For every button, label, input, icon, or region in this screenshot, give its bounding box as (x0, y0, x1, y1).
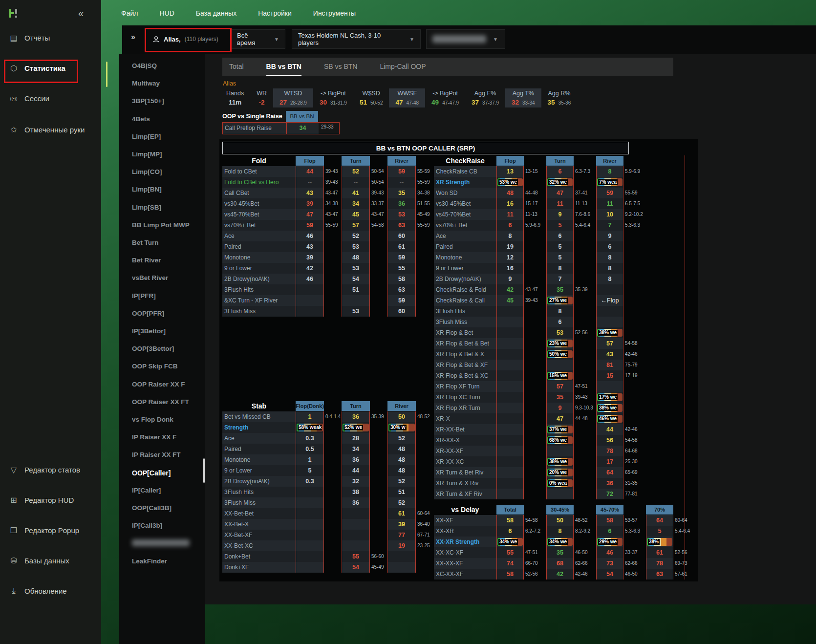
stat-cell: 63 (646, 569, 673, 580)
menu-инструменты[interactable]: Инструменты (313, 9, 356, 17)
stat-category-ip-3bettor-[interactable]: IP[3Bettor] (132, 327, 166, 335)
stat-range: 6.2-7.2 (524, 526, 546, 537)
stat-category-oop-skip-fcb[interactable]: OOP Skip FCB (132, 363, 178, 370)
expand-icon[interactable]: » (131, 33, 135, 42)
stat-cell (546, 446, 574, 456)
stat-cell: 52 (387, 476, 416, 487)
game-filter-dropdown[interactable]: Texas Holdem NL Cash, 3-10 players ▼ (292, 29, 421, 49)
collapse-sidebar-icon[interactable]: « (78, 8, 84, 19)
tab-bb-vs-btn[interactable]: BB vs BTN (266, 58, 301, 76)
stat-category-redacted[interactable] (132, 539, 190, 548)
stat-category-ip-call3b-[interactable]: IP[Call3b] (132, 522, 162, 529)
stat-category-multiway[interactable]: Multiway (132, 80, 160, 87)
stat-cell: 41 (342, 188, 370, 198)
sidebar-item-hud-editor[interactable]: ⊞Редактор HUD (9, 495, 74, 505)
tab-limp-call-oop[interactable]: Limp-Call OOP (380, 58, 426, 76)
stat-cell: 50 (546, 515, 574, 526)
stat-category-oop-caller-[interactable]: OOP[Caller] (132, 469, 171, 477)
menu-база-данных[interactable]: База данных (196, 9, 236, 17)
summary-stat-value: 32 (512, 99, 519, 106)
sidebar-item-databases[interactable]: ⛁Базы данных (9, 556, 69, 565)
stat-range: 29-33 (321, 124, 334, 129)
menu-файл[interactable]: Файл (121, 9, 138, 17)
stat-category-limp-co-[interactable]: Limp[CO] (132, 168, 162, 175)
strength-bar: 34% we (497, 538, 523, 546)
tab-total[interactable]: Total (229, 58, 244, 76)
stat-range: 54-58 (524, 515, 546, 526)
stat-category-bet-turn[interactable]: Bet Turn (132, 239, 159, 246)
stat-category-ip-pfr-[interactable]: IP[PFR] (132, 292, 156, 300)
stat-category-o4b-sq[interactable]: O4B|SQ (132, 62, 157, 69)
sidebar-item-update[interactable]: ⤓Обновление (9, 586, 67, 595)
summary-stat-value: 35 (548, 99, 555, 106)
stat-range (370, 508, 387, 519)
stat-category-vsbet-river[interactable]: vsBet River (132, 274, 168, 281)
sidebar-item-sessions[interactable]: ((•))Сессии (9, 94, 49, 103)
redacted-text (132, 539, 190, 546)
row-label: XR Turn & X Riv (434, 478, 496, 489)
summary-stat-label: Agg F% (474, 90, 496, 97)
stat-range: 46-50 (574, 547, 596, 558)
row-label: 2B Drowy(noA\K) (222, 476, 296, 487)
stat-range: 64-68 (623, 446, 646, 456)
stat-category-bet-river[interactable]: Bet River (132, 257, 161, 264)
stat-category-4bets[interactable]: 4Bets (132, 115, 150, 123)
sidebar-item-label: Редактор статов (24, 466, 80, 474)
tab-sb-vs-btn[interactable]: SB vs BTN (324, 58, 357, 76)
sidebar-item-reports[interactable]: ▤Отчёты (9, 33, 50, 43)
player-icon (152, 36, 160, 43)
stat-category-oop-3bettor-[interactable]: OOP[3Bettor] (132, 345, 174, 352)
stat-category-limp-mp-[interactable]: Limp[MP] (132, 150, 162, 158)
stat-cell: 48 (342, 252, 370, 263)
stat-category-ip-caller-[interactable]: IP[Caller] (132, 487, 161, 494)
stat-range (324, 562, 342, 573)
stat-range (623, 537, 646, 547)
section-header: vs Delay (434, 504, 496, 515)
stat-range (524, 263, 546, 274)
stat-category-limp-ep-[interactable]: Limp[EP] (132, 133, 161, 140)
stat-category-limp-bn-[interactable]: Limp[BN] (132, 186, 162, 193)
redacted-filter-dropdown[interactable]: ▼ (426, 29, 505, 49)
stat-cell: 81 (596, 360, 623, 370)
stat-cell: 59 (296, 220, 324, 231)
stat-category-leakfinder[interactable]: LeakFinder (132, 558, 167, 565)
mini-table-tab[interactable]: BB vs BN (286, 111, 318, 122)
scrollbar-thumb[interactable] (203, 458, 205, 483)
stat-category-oop-raiser-xx-ft[interactable]: OOP Raiser XX FT (132, 398, 189, 406)
summary-stat-range: 50-52 (370, 100, 383, 106)
app-sidebar: ▤Отчёты⬡Статистика((•))Сессии✩Отмеченные… (0, 0, 101, 644)
stat-range (370, 241, 387, 252)
stat-category-vs-flop-donk[interactable]: vs Flop Donk (132, 416, 173, 423)
chevron-down-icon: ▼ (493, 37, 498, 42)
stat-cell (596, 284, 623, 295)
stat-category-bb-limp-pot-mwp[interactable]: BB Limp Pot MWP (132, 221, 190, 229)
stat-range (524, 537, 546, 547)
stat-range: 31-35 (623, 478, 646, 489)
stat-cell: 0% wea (546, 478, 574, 489)
stat-cell (296, 540, 324, 551)
stat-cell: 27% we (546, 295, 574, 306)
stat-cell: 68% we (546, 435, 574, 446)
stat-range (574, 424, 596, 435)
stat-range (574, 456, 596, 467)
table-right-border (685, 155, 685, 580)
sidebar-item-marked-hands[interactable]: ✩Отмеченные руки (9, 125, 85, 134)
time-filter-dropdown[interactable]: Всё время ▼ (231, 29, 285, 49)
stat-category-ip-raiser-xx-ft[interactable]: IP Raiser XX FT (132, 451, 181, 458)
summary-stat-range: 47-47.9 (442, 100, 459, 106)
menu-hud[interactable]: HUD (159, 9, 174, 17)
alias-filter[interactable]: Alias, (110 players) (147, 29, 228, 49)
stat-category-limp-sb-[interactable]: Limp[SB] (132, 204, 161, 211)
sidebar-item-popup-editor[interactable]: ❐Редактор Popup (9, 526, 79, 535)
stat-category-oop-pfr-[interactable]: OOP[PFR] (132, 310, 164, 317)
stat-category-3bp-150-[interactable]: 3BP[150+] (132, 97, 164, 105)
sidebar-item-stat-editor[interactable]: ▽Редактор статов (9, 465, 80, 474)
stat-cell: 32 (342, 476, 370, 487)
stat-category-ip-raiser-xx-f[interactable]: IP Raiser XX F (132, 433, 176, 441)
sidebar-item-statistics[interactable]: ⬡Статистика (9, 64, 65, 73)
stat-category-oop-raiser-xx-f[interactable]: OOP Raiser XX F (132, 381, 185, 388)
row-label: 9 or Lower (222, 465, 296, 476)
stat-category-oop-call3b-[interactable]: OOP[Call3B] (132, 504, 172, 512)
stat-range: 15-17 (524, 198, 546, 209)
menu-настройки[interactable]: Настройки (258, 9, 292, 17)
